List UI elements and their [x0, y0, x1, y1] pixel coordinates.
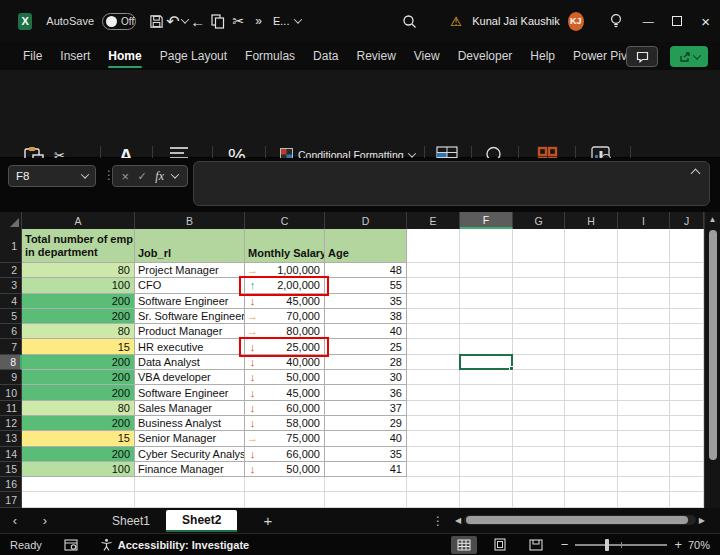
cell-b10[interactable]: Software Engineer	[135, 385, 245, 400]
cell-h2[interactable]	[565, 263, 618, 278]
cell-g9[interactable]	[513, 370, 565, 385]
cell-i10[interactable]	[618, 385, 670, 400]
cell-a3[interactable]: 100	[22, 278, 135, 293]
column-header-a[interactable]: A	[22, 212, 135, 229]
cell-g10[interactable]	[513, 385, 565, 400]
comments-button[interactable]	[626, 46, 658, 67]
cell-j14[interactable]	[670, 447, 704, 462]
cell-b13[interactable]: Senior Manager	[135, 431, 245, 446]
cell-h5[interactable]	[565, 309, 618, 324]
cell-e5[interactable]	[407, 309, 460, 324]
cell-h3[interactable]	[565, 278, 618, 293]
cell-d16[interactable]	[325, 477, 407, 492]
cell-j10[interactable]	[670, 385, 704, 400]
cell-c10[interactable]: ↓45,000	[245, 385, 325, 400]
formula-input[interactable]	[193, 161, 710, 206]
cell-e2[interactable]	[407, 263, 460, 278]
cell-d8[interactable]: 28	[325, 355, 407, 370]
cell-a9[interactable]: 200	[22, 370, 135, 385]
cancel-button[interactable]: ×	[122, 169, 130, 184]
cell-g6[interactable]	[513, 324, 565, 339]
scroll-up-icon[interactable]: ▲	[705, 215, 720, 224]
cell-g12[interactable]	[513, 416, 565, 431]
alert-button[interactable]: ⚠	[446, 8, 466, 34]
cell-c13[interactable]: →75,000	[245, 431, 325, 446]
cell-d7[interactable]: 25	[325, 339, 407, 354]
cell-c4[interactable]: ↓45,000	[245, 294, 325, 309]
cell-i11[interactable]	[618, 401, 670, 416]
select-all-corner[interactable]	[0, 212, 22, 229]
ribbon-tab-help[interactable]: Help	[521, 44, 564, 68]
cell-i17[interactable]	[618, 492, 670, 507]
cell-e17[interactable]	[407, 492, 460, 507]
cell-h11[interactable]	[565, 401, 618, 416]
quick-access-collapsed[interactable]: E...	[269, 8, 306, 34]
cell-d14[interactable]: 35	[325, 447, 407, 462]
cell-g1[interactable]	[513, 229, 565, 263]
cell-d15[interactable]: 41	[325, 462, 407, 477]
cell-c14[interactable]: ↓66,000	[245, 447, 325, 462]
normal-view-button[interactable]	[451, 536, 477, 554]
cell-g4[interactable]	[513, 294, 565, 309]
cell-i4[interactable]	[618, 294, 670, 309]
cell-f5[interactable]	[460, 309, 513, 324]
cell-g3[interactable]	[513, 278, 565, 293]
cell-a2[interactable]: 80	[22, 263, 135, 278]
ribbon-tab-data[interactable]: Data	[304, 44, 347, 68]
row-header-15[interactable]: 15	[0, 462, 22, 477]
cell-b3[interactable]: CFO	[135, 278, 245, 293]
cell-j4[interactable]	[670, 294, 704, 309]
cell-b11[interactable]: Sales Manager	[135, 401, 245, 416]
cell-a7[interactable]: 15	[22, 339, 135, 354]
column-header-j[interactable]: J	[670, 212, 704, 229]
cell-i1[interactable]	[618, 229, 670, 263]
cell-b1[interactable]: Job_rl	[135, 229, 245, 263]
cell-e1[interactable]	[407, 229, 460, 263]
cell-g15[interactable]	[513, 462, 565, 477]
row-header-10[interactable]: 10	[0, 385, 22, 400]
cell-f13[interactable]	[460, 431, 513, 446]
ribbon-tab-formulas[interactable]: Formulas	[236, 44, 304, 68]
cell-a1[interactable]: Total number of emp in department	[22, 229, 135, 263]
cell-i12[interactable]	[618, 416, 670, 431]
horizontal-scrollbar[interactable]: ◀ ▶	[452, 513, 708, 527]
chevron-down-icon[interactable]	[171, 170, 179, 178]
name-box[interactable]: F8	[8, 165, 96, 187]
cell-i13[interactable]	[618, 431, 670, 446]
close-button[interactable]: ×	[691, 6, 720, 36]
cell-e11[interactable]	[407, 401, 460, 416]
cell-e14[interactable]	[407, 447, 460, 462]
cell-j16[interactable]	[670, 477, 704, 492]
copy-button[interactable]	[208, 8, 228, 34]
row-header-2[interactable]: 2	[0, 263, 22, 278]
cell-e7[interactable]	[407, 339, 460, 354]
column-header-d[interactable]: D	[325, 212, 407, 229]
cell-f17[interactable]	[460, 492, 513, 507]
cell-f7[interactable]	[460, 339, 513, 354]
cell-d12[interactable]: 29	[325, 416, 407, 431]
cell-h15[interactable]	[565, 462, 618, 477]
prev-sheet-button[interactable]: ‹	[0, 513, 30, 528]
cell-d17[interactable]	[325, 492, 407, 507]
column-header-i[interactable]: I	[618, 212, 670, 229]
cell-e13[interactable]	[407, 431, 460, 446]
ribbon-tab-developer[interactable]: Developer	[449, 44, 522, 68]
cell-i2[interactable]	[618, 263, 670, 278]
cell-d10[interactable]: 36	[325, 385, 407, 400]
cell-h4[interactable]	[565, 294, 618, 309]
cell-c1[interactable]: Monthly Salary	[245, 229, 325, 263]
cell-h6[interactable]	[565, 324, 618, 339]
row-header-12[interactable]: 12	[0, 416, 22, 431]
cell-e4[interactable]	[407, 294, 460, 309]
cell-f8[interactable]	[460, 355, 513, 370]
cell-f16[interactable]	[460, 477, 513, 492]
ribbon-tab-page-layout[interactable]: Page Layout	[151, 44, 236, 68]
new-sheet-button[interactable]: +	[263, 512, 272, 529]
cell-a4[interactable]: 200	[22, 294, 135, 309]
cell-g7[interactable]	[513, 339, 565, 354]
cell-a8[interactable]: 200	[22, 355, 135, 370]
minimize-button[interactable]: —	[634, 6, 663, 36]
cell-i16[interactable]	[618, 477, 670, 492]
cell-d1[interactable]: Age	[325, 229, 407, 263]
cell-f6[interactable]	[460, 324, 513, 339]
